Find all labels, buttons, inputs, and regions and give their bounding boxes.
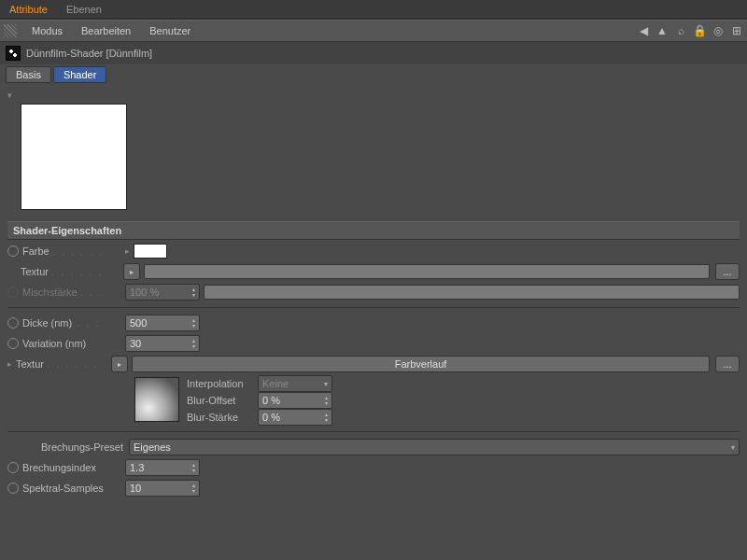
label-textur2: Textur . . . . . . xyxy=(16,358,111,370)
label-farbe: Farbe . . . . . . xyxy=(22,245,125,257)
gradient-slot[interactable]: Farbverlauf xyxy=(132,356,710,372)
label-misch: Mischstärke . . . xyxy=(22,287,125,298)
gradient-preview[interactable] xyxy=(134,377,179,422)
index-field[interactable]: 1.3▴▾ xyxy=(125,459,200,476)
expand-textur2-icon[interactable]: ▸ xyxy=(7,359,12,369)
anim-dot-samples[interactable] xyxy=(7,483,19,494)
preset-dropdown[interactable]: Eigenes▾ xyxy=(129,439,740,455)
tab-attribute[interactable]: Attribute xyxy=(0,1,57,18)
up-arrow-icon[interactable]: ▲ xyxy=(655,24,669,37)
subtab-shader[interactable]: Shader xyxy=(53,66,106,83)
texture-slot[interactable] xyxy=(144,264,710,279)
blur-offset-field[interactable]: 0 %▴▾ xyxy=(258,392,332,409)
label-textur: Textur . . . . . . xyxy=(21,266,123,277)
expand-icon[interactable]: ▸ xyxy=(125,246,130,256)
menu-bar: Modus Bearbeiten Benutzer ◀ ▲ ⌕ 🔒 ◎ ⊞ xyxy=(0,20,747,42)
top-tab-bar: Attribute Ebenen xyxy=(0,0,747,20)
misch-field: 100 %▴▾ xyxy=(125,284,200,301)
shader-icon xyxy=(6,46,21,61)
anim-dot-misch xyxy=(7,287,19,298)
target-icon[interactable]: ◎ xyxy=(712,24,725,37)
label-blur-offset: Blur-Offset xyxy=(187,395,252,406)
dicke-field[interactable]: 500▴▾ xyxy=(125,315,200,331)
texture-menu-button[interactable]: ▸ xyxy=(123,263,140,280)
menu-benutzer[interactable]: Benutzer xyxy=(140,21,200,41)
disclosure-icon[interactable]: ▾ xyxy=(7,91,12,100)
label-blur-staerke: Blur-Stärke xyxy=(187,412,252,423)
object-title: Dünnfilm-Shader [Dünnfilm] xyxy=(26,48,152,59)
divider2 xyxy=(7,431,740,432)
interpolation-dropdown[interactable]: Keine▾ xyxy=(258,375,332,392)
anim-dot-dicke[interactable] xyxy=(7,317,19,329)
menu-bearbeiten[interactable]: Bearbeiten xyxy=(72,21,140,41)
label-variation: Variation (nm) xyxy=(22,338,125,349)
color-swatch[interactable] xyxy=(134,244,167,259)
texture-browse-button[interactable]: ... xyxy=(715,263,740,280)
subtab-basis[interactable]: Basis xyxy=(6,66,51,83)
misch-slider xyxy=(204,285,740,300)
label-samples: Spektral-Samples xyxy=(22,483,125,494)
anim-dot-variation[interactable] xyxy=(7,338,19,349)
texture2-browse-button[interactable]: ... xyxy=(715,356,740,372)
label-index: Brechungsindex xyxy=(22,462,125,473)
texture2-menu-button[interactable]: ▸ xyxy=(111,356,128,372)
back-arrow-icon[interactable]: ◀ xyxy=(637,24,650,37)
shader-panel: ▾ Shader-Eigenschaften Farbe . . . . . .… xyxy=(0,85,747,503)
anim-dot-index[interactable] xyxy=(7,462,19,473)
variation-field[interactable]: 30▴▾ xyxy=(125,335,200,352)
label-dicke: Dicke (nm) . . . xyxy=(22,317,125,329)
section-header: Shader-Eigenschaften xyxy=(7,221,740,240)
samples-field[interactable]: 10▴▾ xyxy=(125,480,200,497)
anim-dot-farbe[interactable] xyxy=(7,245,19,257)
object-header: Dünnfilm-Shader [Dünnfilm] xyxy=(0,42,747,64)
label-preset: Brechungs-Preset xyxy=(21,441,129,453)
new-tab-icon[interactable]: ⊞ xyxy=(730,24,743,37)
blur-staerke-field[interactable]: 0 %▴▾ xyxy=(258,409,332,426)
drag-grip-icon[interactable] xyxy=(4,24,17,37)
menu-modus[interactable]: Modus xyxy=(22,21,72,41)
shader-preview[interactable] xyxy=(21,104,127,210)
tab-ebenen[interactable]: Ebenen xyxy=(57,1,111,18)
divider xyxy=(7,307,740,308)
label-interpolation: Interpolation xyxy=(187,378,252,389)
lock-icon[interactable]: 🔒 xyxy=(693,24,706,37)
search-icon[interactable]: ⌕ xyxy=(674,24,687,37)
sub-tab-bar: Basis Shader xyxy=(0,64,747,85)
